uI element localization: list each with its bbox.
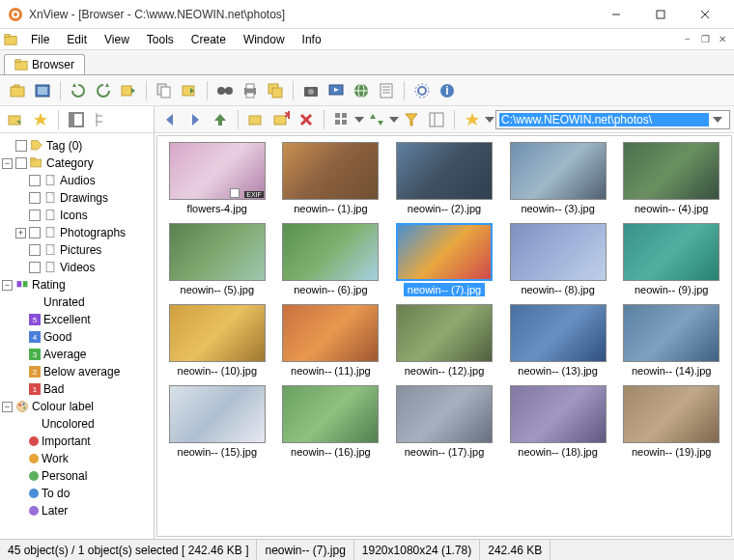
address-dropdown-icon[interactable] bbox=[709, 111, 726, 128]
thumbnail-item[interactable]: neowin-- (19).jpg bbox=[617, 385, 725, 459]
thumbnail-item[interactable]: neowin-- (11).jpg bbox=[277, 304, 385, 378]
thumbnail-item[interactable]: neowin-- (10).jpg bbox=[163, 304, 271, 378]
tree-node-average[interactable]: 3Average bbox=[2, 346, 152, 363]
tree-node-work[interactable]: Work bbox=[2, 450, 152, 467]
tree-node-uncolored[interactable]: Uncolored bbox=[2, 415, 152, 433]
thumbnail-image[interactable] bbox=[396, 385, 493, 443]
thumbnail-image[interactable] bbox=[623, 385, 720, 443]
tree-checkbox[interactable] bbox=[15, 157, 27, 169]
tree-toggle-icon[interactable]: − bbox=[2, 402, 13, 412]
thumbnail-item[interactable]: neowin-- (18).jpg bbox=[504, 385, 612, 459]
thumbnail-item[interactable]: neowin-- (12).jpg bbox=[390, 304, 498, 378]
new-folder-icon[interactable]: ✱ bbox=[269, 108, 293, 131]
move-to-icon[interactable] bbox=[178, 79, 201, 102]
slideshow-icon[interactable] bbox=[325, 79, 348, 102]
thumbnail-image[interactable] bbox=[169, 223, 266, 281]
tree-checkbox[interactable] bbox=[29, 227, 41, 238]
tree-node-photographs[interactable]: +Photographs bbox=[2, 224, 152, 241]
tree-node-category[interactable]: −Category bbox=[2, 154, 152, 172]
back-icon[interactable] bbox=[158, 108, 182, 131]
thumbnail-item[interactable]: neowin-- (6).jpg bbox=[277, 223, 385, 296]
tree-node-good[interactable]: 4Good bbox=[2, 328, 152, 346]
favorites-nav-icon[interactable] bbox=[461, 108, 494, 131]
rotate-right-icon[interactable] bbox=[92, 79, 115, 102]
tree-node-colour-label[interactable]: −Colour label bbox=[2, 398, 152, 415]
thumbnail-image[interactable] bbox=[282, 142, 379, 200]
tree-checkbox[interactable] bbox=[29, 175, 41, 186]
view-mode-icon[interactable] bbox=[330, 108, 363, 131]
thumbnail-image[interactable] bbox=[396, 223, 493, 281]
thumbnail-image[interactable] bbox=[510, 304, 607, 362]
maximize-button[interactable] bbox=[639, 1, 682, 28]
thumbnail-item[interactable]: neowin-- (5).jpg bbox=[163, 223, 271, 296]
close-button[interactable] bbox=[684, 1, 726, 28]
mdi-restore[interactable]: ❐ bbox=[697, 32, 713, 47]
about-icon[interactable]: i bbox=[436, 79, 459, 102]
tree-checkbox[interactable] bbox=[29, 210, 41, 221]
sort-icon[interactable] bbox=[365, 108, 398, 131]
tree-icon[interactable] bbox=[90, 108, 113, 131]
tree-node-later[interactable]: Later bbox=[2, 502, 152, 519]
forward-icon[interactable] bbox=[184, 108, 207, 131]
thumbnail-area[interactable]: EXIFflowers-4.jpgneowin-- (1).jpgneowin-… bbox=[156, 135, 732, 537]
tree-node-important[interactable]: Important bbox=[2, 433, 152, 450]
copy-to-icon[interactable] bbox=[153, 79, 176, 102]
menu-window[interactable]: Window bbox=[236, 31, 293, 48]
thumbnail-item[interactable]: neowin-- (15).jpg bbox=[163, 385, 271, 459]
tree-node-icons[interactable]: Icons bbox=[2, 207, 152, 224]
tree-node-bad[interactable]: 1Bad bbox=[2, 380, 152, 398]
tree-node-excellent[interactable]: 5Excellent bbox=[2, 311, 152, 328]
menu-view[interactable]: View bbox=[97, 31, 137, 48]
open-icon[interactable] bbox=[6, 79, 29, 102]
multi-convert-icon[interactable] bbox=[264, 79, 287, 102]
menu-file[interactable]: File bbox=[23, 31, 57, 48]
thumbnail-image[interactable] bbox=[510, 385, 607, 443]
thumbnail-item[interactable]: neowin-- (9).jpg bbox=[617, 223, 725, 296]
thumbnail-item[interactable]: neowin-- (8).jpg bbox=[504, 223, 612, 296]
up-icon[interactable] bbox=[209, 108, 232, 131]
web-icon[interactable] bbox=[350, 79, 373, 102]
thumbnail-item[interactable]: neowin-- (1).jpg bbox=[277, 142, 385, 215]
thumbnail-image[interactable] bbox=[623, 223, 720, 281]
thumbnail-item[interactable]: neowin-- (7).jpg bbox=[390, 223, 498, 296]
thumbnail-item[interactable]: neowin-- (17).jpg bbox=[390, 385, 498, 459]
menu-tools[interactable]: Tools bbox=[139, 31, 182, 48]
minimize-button[interactable] bbox=[595, 1, 637, 28]
thumbnail-item[interactable]: neowin-- (3).jpg bbox=[504, 142, 612, 215]
thumbnail-image[interactable] bbox=[623, 142, 720, 200]
menu-create[interactable]: Create bbox=[184, 31, 234, 48]
settings-icon[interactable] bbox=[410, 79, 434, 102]
mdi-minimize[interactable]: − bbox=[680, 32, 695, 47]
convert-icon[interactable] bbox=[117, 79, 140, 102]
thumbnail-item[interactable]: neowin-- (2).jpg bbox=[390, 142, 498, 215]
fullscreen-icon[interactable] bbox=[31, 79, 54, 102]
tree-node-below-average[interactable]: 2Below average bbox=[2, 363, 152, 380]
thumbnail-image[interactable] bbox=[169, 304, 266, 362]
browse-icon[interactable] bbox=[244, 108, 268, 131]
tree-node-audios[interactable]: Audios bbox=[2, 172, 152, 189]
categories-icon[interactable] bbox=[4, 108, 27, 131]
favorites-icon[interactable] bbox=[29, 108, 52, 131]
tree-node-drawings[interactable]: Drawings bbox=[2, 189, 152, 207]
delete-icon[interactable] bbox=[295, 108, 318, 131]
thumbnail-item[interactable]: EXIFflowers-4.jpg bbox=[163, 142, 271, 215]
tree-node-unrated[interactable]: Unrated bbox=[2, 294, 152, 311]
tree-toggle-icon[interactable]: + bbox=[15, 228, 26, 238]
tree-node-tag-0-[interactable]: Tag (0) bbox=[2, 137, 152, 154]
thumbnail-item[interactable]: neowin-- (14).jpg bbox=[617, 304, 725, 378]
capture-icon[interactable] bbox=[299, 79, 323, 102]
tab-browser[interactable]: Browser bbox=[4, 54, 85, 74]
tree-node-pictures[interactable]: Pictures bbox=[2, 241, 152, 259]
tree-checkbox[interactable] bbox=[29, 244, 41, 256]
tree-node-personal[interactable]: Personal bbox=[2, 467, 152, 485]
thumbnail-image[interactable] bbox=[396, 142, 493, 200]
thumbnail-image[interactable] bbox=[282, 304, 379, 362]
mdi-close[interactable]: ✕ bbox=[715, 32, 730, 47]
thumbnail-image[interactable] bbox=[510, 223, 607, 281]
menu-info[interactable]: Info bbox=[295, 31, 329, 48]
thumbnail-item[interactable]: neowin-- (4).jpg bbox=[617, 142, 725, 215]
category-tree[interactable]: Tag (0)−CategoryAudiosDrawingsIcons+Phot… bbox=[0, 133, 154, 539]
print-icon[interactable] bbox=[239, 79, 262, 102]
layout-icon[interactable] bbox=[425, 108, 448, 131]
tree-node-rating[interactable]: −Rating bbox=[2, 276, 152, 294]
